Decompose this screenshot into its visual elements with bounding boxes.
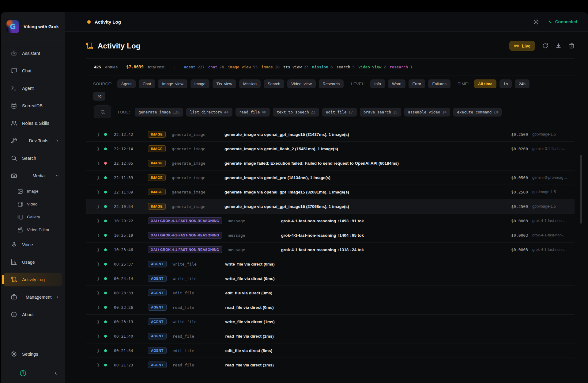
table-row[interactable]: ❯10:25:19XAI / GROK-4-1-FAST-NON-REASONI… bbox=[86, 228, 575, 242]
chevron-down-icon bbox=[55, 174, 59, 178]
expand-row-icon[interactable]: ❯ bbox=[97, 276, 104, 281]
tool-chips: generate_image126list_directory44read_fi… bbox=[135, 108, 502, 117]
live-toggle-button[interactable]: Live bbox=[509, 41, 535, 51]
source-chip-video_view[interactable]: Video_view bbox=[287, 79, 315, 88]
download-icon[interactable] bbox=[556, 43, 561, 49]
tool-chip-list_directory[interactable]: list_directory44 bbox=[186, 108, 232, 117]
table-row[interactable]: ❯10:29:22XAI / GROK-4-1-FAST-NON-REASONI… bbox=[86, 213, 575, 228]
sidebar-item-voice[interactable]: Voice bbox=[3, 238, 62, 251]
source-chip-mission[interactable]: Mission bbox=[239, 79, 261, 88]
tool-chip-brave_search[interactable]: brave_search15 bbox=[360, 108, 401, 117]
logo-row[interactable]: G Vibing with Grok bbox=[1, 12, 65, 41]
table-row[interactable]: ❯IMAGE bbox=[86, 123, 575, 127]
table-row[interactable]: ❯10:23:46XAI / GROK-4-1-FAST-NON-REASONI… bbox=[86, 242, 575, 257]
expand-row-icon[interactable]: ❯ bbox=[97, 348, 104, 353]
expand-row-icon[interactable]: ❯ bbox=[97, 291, 104, 295]
source-chip-research[interactable]: Research bbox=[319, 79, 344, 88]
sidebar-item-gallery[interactable]: Gallery bbox=[3, 212, 62, 222]
screen: G Vibing with Grok AssistantChatAgentSur… bbox=[0, 0, 588, 383]
row-cost: $0.0500 bbox=[511, 175, 528, 180]
expand-row-icon[interactable]: ❯ bbox=[97, 320, 104, 324]
table-row[interactable]: ❯AGENT bbox=[86, 372, 575, 376]
table-row[interactable]: ❯00:24:14AGENTwrite_filewrite_file via d… bbox=[86, 271, 575, 285]
time-chip-24h[interactable]: 24h bbox=[515, 79, 530, 88]
table-row[interactable]: ❯22:12:14IMAGEgenerate_imagegenerate_ima… bbox=[86, 141, 575, 156]
expand-row-icon[interactable]: ❯ bbox=[97, 262, 104, 266]
source-chip-search[interactable]: Search bbox=[264, 79, 284, 88]
refresh-icon[interactable] bbox=[542, 43, 548, 49]
source-chip-image_view[interactable]: Image_view bbox=[158, 79, 187, 88]
sidebar-item-media[interactable]: Media bbox=[3, 169, 62, 182]
collapse-sidebar-icon[interactable] bbox=[53, 371, 58, 376]
sidebar-item-activity-log[interactable]: Activity Log bbox=[3, 273, 62, 286]
expand-row-icon[interactable]: ❯ bbox=[97, 132, 104, 136]
table-row[interactable]: ❯22:11:09IMAGEgenerate_imagegenerate_ima… bbox=[86, 185, 575, 199]
sidebar-item-chat[interactable]: Chat bbox=[3, 64, 62, 78]
sidebar-item-roles-skills[interactable]: Roles & Skills bbox=[3, 116, 62, 130]
sidebar-item-search[interactable]: Search bbox=[3, 151, 62, 165]
expand-row-icon[interactable]: ❯ bbox=[97, 147, 104, 151]
table-row[interactable]: ❯22:10:54IMAGEgenerate_imagegenerate_ima… bbox=[86, 199, 575, 213]
row-source-badge: AGENT bbox=[148, 376, 167, 376]
expand-row-icon[interactable]: ❯ bbox=[97, 219, 104, 223]
table-row[interactable]: ❯00:21:23AGENTread_fileread_file via dir… bbox=[86, 358, 575, 372]
sidebar-footer-row bbox=[3, 365, 62, 379]
expand-row-icon[interactable]: ❯ bbox=[97, 233, 104, 237]
source-chip-tts_view[interactable]: Tts_view bbox=[213, 79, 236, 88]
source-chip-agent[interactable]: Agent bbox=[117, 79, 136, 88]
row-status-dot bbox=[104, 306, 107, 309]
time-chip-7d[interactable]: 7d bbox=[93, 92, 105, 101]
level-chip-failures[interactable]: Failures bbox=[428, 79, 450, 88]
sidebar-item-video-editor[interactable]: Video Editor bbox=[3, 225, 62, 235]
expand-row-icon[interactable]: ❯ bbox=[97, 204, 104, 209]
sidebar-item-label: Agent bbox=[22, 86, 34, 91]
table-row[interactable]: ❯00:25:37AGENTwrite_filewrite_file via d… bbox=[86, 257, 575, 271]
expand-row-icon[interactable]: ❯ bbox=[97, 305, 104, 309]
table-row[interactable]: ❯00:21:34AGENTedit_fileedit_file via dir… bbox=[86, 343, 575, 358]
row-source-badge: XAI / GROK-4-1-FAST-NON-REASONING bbox=[148, 217, 222, 224]
table-row[interactable]: ❯00:23:19AGENTwrite_filewrite_file via d… bbox=[86, 314, 575, 329]
tool-chip-text_to_speech[interactable]: text_to_speech23 bbox=[273, 108, 319, 117]
tool-chip-read_file[interactable]: read_file40 bbox=[236, 108, 270, 117]
theme-toggle-sun-icon[interactable] bbox=[533, 19, 539, 25]
tool-chip-assemble_video[interactable]: assemble_video14 bbox=[404, 108, 450, 117]
scrollbar-thumb[interactable] bbox=[580, 155, 582, 224]
sidebar-item-surrealdb[interactable]: SurrealDB bbox=[3, 99, 62, 113]
trash-icon[interactable] bbox=[569, 43, 575, 49]
sidebar-item-settings[interactable]: Settings bbox=[3, 347, 62, 361]
table-row[interactable]: ❯22:12:42IMAGEgenerate_imagegenerate_ima… bbox=[86, 127, 575, 141]
search-input[interactable] bbox=[94, 105, 111, 118]
sidebar-item-management[interactable]: Management bbox=[3, 290, 62, 304]
source-chip-image[interactable]: Image bbox=[190, 79, 209, 88]
expand-row-icon[interactable]: ❯ bbox=[97, 190, 104, 194]
expand-row-icon[interactable]: ❯ bbox=[97, 247, 104, 252]
time-chip-all-time[interactable]: All time bbox=[474, 79, 496, 88]
expand-row-icon[interactable]: ❯ bbox=[97, 161, 104, 165]
sidebar-item-about[interactable]: About bbox=[3, 308, 62, 321]
sidebar-item-video[interactable]: Video bbox=[3, 199, 62, 209]
table-row[interactable]: ❯00:23:33AGENTedit_fileedit_file via dir… bbox=[86, 285, 575, 300]
sidebar-item-image[interactable]: Image bbox=[3, 186, 62, 196]
tool-chip-execute_command[interactable]: execute_command10 bbox=[453, 108, 502, 117]
level-chip-info[interactable]: Info bbox=[370, 79, 385, 88]
tool-chip-edit_file[interactable]: edit_file17 bbox=[322, 108, 357, 117]
help-circle-icon[interactable] bbox=[19, 370, 27, 377]
tool-chip-generate_image[interactable]: generate_image126 bbox=[135, 108, 183, 117]
sidebar-item-dev-tools[interactable]: Dev Tools bbox=[3, 134, 62, 147]
sidebar-item-agent[interactable]: Agent bbox=[3, 81, 62, 95]
table-row[interactable]: ❯22:12:05IMAGEgenerate_imagegenerate_ima… bbox=[86, 156, 575, 170]
sidebar-item-usage[interactable]: Usage bbox=[3, 255, 62, 269]
level-chip-error[interactable]: Error bbox=[409, 79, 425, 88]
row-timestamp: 00:21:34 bbox=[114, 348, 138, 353]
sidebar-item-assistant[interactable]: Assistant bbox=[3, 46, 62, 60]
table-row[interactable]: ❯22:11:39IMAGEgenerate_imagegenerate_ima… bbox=[86, 170, 575, 185]
source-chip-chat[interactable]: Chat bbox=[139, 79, 155, 88]
expand-row-icon[interactable]: ❯ bbox=[97, 175, 104, 180]
level-chip-warn[interactable]: Warn bbox=[388, 79, 405, 88]
table-row[interactable]: ❯00:21:40AGENTread_fileread_file via dir… bbox=[86, 329, 575, 343]
expand-row-icon[interactable]: ❯ bbox=[97, 363, 104, 367]
time-chip-1h[interactable]: 1h bbox=[499, 79, 512, 88]
expand-row-icon[interactable]: ❯ bbox=[97, 334, 104, 338]
table-row[interactable]: ❯00:23:26AGENTread_fileread_file via dir… bbox=[86, 300, 575, 314]
filter-line-2: 7d bbox=[93, 92, 575, 101]
